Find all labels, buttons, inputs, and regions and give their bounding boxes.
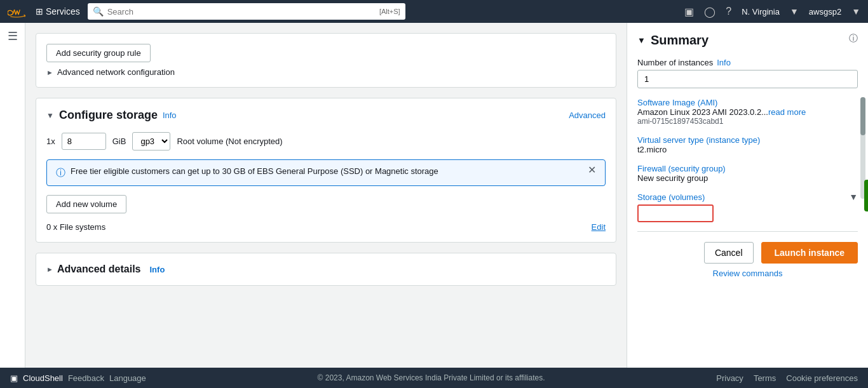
storage-field: Storage (volumes) ▼ [637, 192, 858, 222]
summary-collapse-icon[interactable]: ▼ [637, 36, 646, 45]
summary-scroll-area: Software Image (AMI) Amazon Linux 2023 A… [637, 97, 858, 222]
security-group-card: Add security group rule ► Advanced netwo… [36, 33, 616, 88]
ami-value: Amazon Linux 2023 AMI 2023.0.2...read mo… [637, 107, 858, 117]
footer-copyright: © 2023, Amazon Web Services India Privat… [161, 373, 701, 382]
ami-id: ami-0715c1897453cabd1 [637, 117, 858, 126]
terminal-icon[interactable]: ▣ [684, 6, 694, 18]
search-bar[interactable]: 🔍 [Alt+S] [88, 3, 405, 20]
advanced-details-card: ► Advanced details Info [36, 253, 616, 286]
terms-link[interactable]: Terms [754, 373, 776, 383]
language-link[interactable]: Language [109, 373, 146, 383]
storage-highlight-box [637, 204, 714, 222]
advanced-network-toggle[interactable]: ► Advanced network configuration [46, 67, 606, 77]
nav-right-section: ▣ ◯ ? N. Virginia ▼ awsgsp2 ▼ [684, 6, 860, 18]
instances-input[interactable] [637, 70, 858, 88]
advanced-expand-icon: ► [46, 265, 53, 273]
search-icon: 🔍 [93, 6, 104, 17]
review-commands-link[interactable]: Review commands [713, 269, 783, 278]
firewall-field: Firewall (security group) New security g… [637, 163, 858, 183]
main-content: Add security group rule ► Advanced netwo… [25, 23, 627, 368]
page-layout: ☰ Add security group rule ► Advanced net… [0, 23, 868, 368]
search-input[interactable] [107, 7, 376, 17]
storage-label-link[interactable]: Storage (volumes) [637, 192, 705, 202]
cookie-preferences-link[interactable]: Cookie preferences [786, 373, 858, 383]
footer-left: ▣ CloudShell Feedback Language [10, 373, 146, 383]
file-systems-label: 0 x File systems [46, 222, 105, 232]
free-tier-text: Free tier eligible customers can get up … [71, 166, 583, 176]
advanced-details-info-link[interactable]: Info [150, 265, 165, 274]
summary-divider [637, 231, 858, 232]
instances-info-link[interactable]: Info [717, 58, 731, 67]
search-shortcut: [Alt+S] [379, 8, 400, 15]
close-banner-button[interactable]: ✕ [588, 165, 596, 175]
add-new-volume-button[interactable]: Add new volume [46, 195, 126, 213]
scroll-thumb[interactable] [860, 97, 865, 135]
footer: ▣ CloudShell Feedback Language © 2023, A… [0, 368, 868, 388]
free-tier-banner: ⓘ Free tier eligible customers can get u… [46, 159, 606, 186]
summary-title: Summary [651, 33, 709, 48]
feedback-link[interactable]: Feedback [68, 373, 104, 383]
collapse-icon[interactable]: ▼ [46, 111, 54, 120]
volume-count: 1x [46, 137, 55, 146]
region-selector[interactable]: N. Virginia [742, 7, 780, 17]
volume-type-select[interactable]: gp3 gp2 io1 st1 sc1 [132, 132, 170, 151]
volume-size-input[interactable] [62, 133, 106, 150]
configure-storage-info-link[interactable]: Info [163, 110, 177, 120]
firewall-value: New security group [637, 173, 858, 183]
ami-field: Software Image (AMI) Amazon Linux 2023 A… [637, 97, 858, 126]
menu-toggle[interactable]: ☰ [8, 29, 18, 43]
add-security-group-button[interactable]: Add security group rule [46, 44, 151, 62]
info-circle-icon: ⓘ [56, 167, 65, 179]
bell-icon[interactable]: ◯ [704, 6, 715, 18]
help-icon[interactable]: ? [726, 6, 731, 17]
privacy-link[interactable]: Privacy [716, 373, 743, 383]
cloudshell-icon: ▣ [10, 373, 18, 383]
instance-type-field: Virtual server type (instance type) t2.m… [637, 135, 858, 154]
edit-file-systems-link[interactable]: Edit [592, 222, 606, 232]
volume-unit: GiB [112, 137, 126, 146]
top-navigation: ⊞ Services 🔍 [Alt+S] ▣ ◯ ? N. Virginia ▼… [0, 0, 868, 23]
summary-header: ▼ Summary [637, 33, 858, 48]
instances-field: Number of instances Info [637, 58, 858, 88]
storage-volume-row: 1x GiB gp3 gp2 io1 st1 sc1 Root volume (… [46, 132, 606, 151]
green-status-bar [864, 180, 868, 211]
sidebar: ☰ [0, 23, 25, 368]
advanced-details-title: Advanced details [57, 264, 141, 275]
expand-icon: ► [46, 69, 53, 76]
configure-storage-card: ▼ Configure storage Info Advanced 1x GiB… [36, 98, 616, 243]
instance-type-value: t2.micro [637, 145, 858, 154]
firewall-label-link[interactable]: Firewall (security group) [637, 164, 726, 173]
summary-panel: ▼ Summary Number of instances Info Softw… [627, 23, 868, 368]
storage-expand-icon[interactable]: ▼ [849, 192, 858, 202]
configure-storage-advanced-link[interactable]: Advanced [569, 110, 606, 120]
cancel-button[interactable]: Cancel [704, 242, 754, 264]
add-security-group-row: Add security group rule [46, 44, 606, 62]
summary-info-icon[interactable]: ⓘ [849, 33, 858, 44]
grid-icon: ⊞ [36, 6, 43, 17]
volume-description: Root volume (Not encrypted) [177, 137, 282, 146]
summary-buttons-row: Cancel Launch instance [637, 242, 858, 264]
aws-logo[interactable] [8, 5, 28, 18]
cloudshell-link[interactable]: CloudShell [23, 373, 63, 383]
services-menu[interactable]: ⊞ Services [36, 6, 80, 17]
ami-label-link[interactable]: Software Image (AMI) [637, 98, 717, 107]
configure-storage-header: ▼ Configure storage Info Advanced [46, 109, 606, 122]
configure-storage-title: Configure storage [59, 109, 158, 122]
instance-type-label-link[interactable]: Virtual server type (instance type) [637, 135, 760, 145]
footer-right: Privacy Terms Cookie preferences [716, 373, 858, 383]
ami-read-more-link[interactable]: read more [768, 107, 806, 117]
instances-label-row: Number of instances Info [637, 58, 858, 67]
summary-actions: Cancel Launch instance Review commands [637, 242, 858, 278]
launch-instance-button[interactable]: Launch instance [761, 242, 858, 264]
account-menu[interactable]: awsgsp2 [809, 7, 841, 17]
advanced-details-toggle[interactable]: ► Advanced details Info [46, 264, 606, 275]
file-systems-row: 0 x File systems Edit [46, 222, 606, 232]
